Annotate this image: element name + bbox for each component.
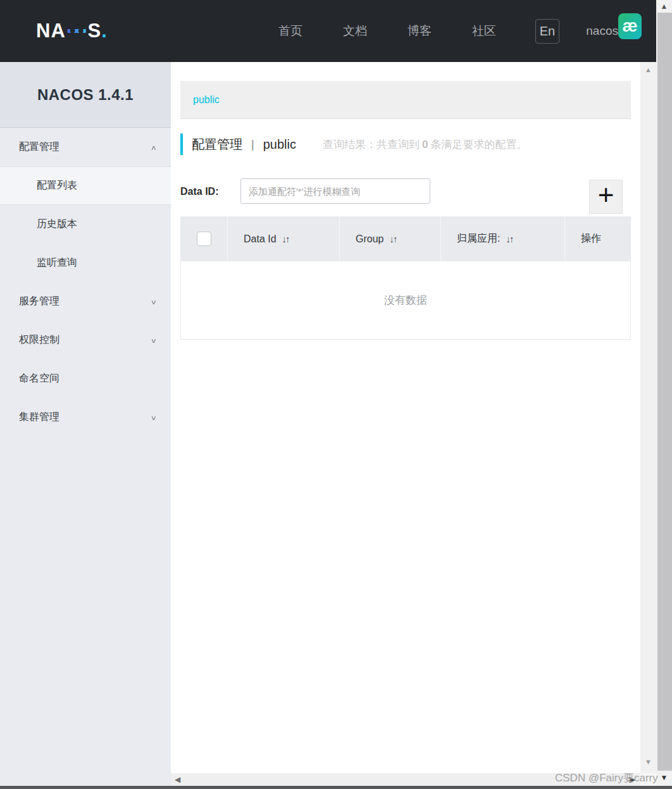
table-empty-body: 没有数据 <box>180 261 631 340</box>
sidebar-item-service-management[interactable]: 服务管理 ∨ <box>0 282 171 321</box>
top-header: NA ∞ S . 首页 文档 博客 社区 En nacos <box>0 0 656 62</box>
header-nav: 首页 文档 博客 社区 En <box>258 0 559 62</box>
title-separator: | <box>251 138 254 151</box>
column-label: 归属应用: <box>457 232 500 245</box>
sidebar-item-access-control[interactable]: 权限控制 ∨ <box>0 321 171 359</box>
search-form-row: Data ID: + <box>180 178 631 215</box>
page-title-row: 配置管理 | public 查询结果：共查询到0条满足要求的配置。 <box>180 132 527 157</box>
column-label: Data Id <box>244 233 277 245</box>
logged-in-username[interactable]: nacos <box>586 0 618 62</box>
horizontal-scrollbar[interactable]: ◀ ▶ <box>171 773 640 786</box>
table-header-operations: 操作 <box>565 216 631 261</box>
column-label: Group <box>356 233 383 245</box>
nav-item-community[interactable]: 社区 <box>452 23 516 39</box>
title-namespace: public <box>263 137 296 152</box>
logo-text-prefix: NA <box>36 20 66 42</box>
query-result-count: 0 <box>422 139 428 151</box>
dataid-search-input[interactable] <box>240 178 430 204</box>
scroll-down-icon[interactable]: ▼ <box>656 773 672 782</box>
sidebar-item-listener-query[interactable]: 监听查询 <box>0 244 171 282</box>
page-title: 配置管理 <box>192 136 242 153</box>
scrollbar-thumb[interactable] <box>657 13 672 771</box>
chevron-up-icon: ∧ <box>151 144 157 151</box>
scrollbar-corner <box>640 773 656 786</box>
logo-dot: . <box>101 20 107 42</box>
sort-icon[interactable]: ↓↑ <box>389 233 396 244</box>
query-result-suffix: 条满足要求的配置。 <box>430 139 527 151</box>
chevron-down-icon: ∨ <box>151 337 157 344</box>
sidebar-version-title: NACOS 1.4.1 <box>0 62 171 128</box>
title-accent-bar <box>180 134 183 155</box>
sidebar-item-config-management[interactable]: 配置管理 ∧ <box>0 128 171 166</box>
sidebar-item-label: 监听查询 <box>37 256 77 270</box>
nav-item-docs[interactable]: 文档 <box>323 23 387 39</box>
chevron-down-icon: ∨ <box>151 414 157 421</box>
sidebar-item-cluster-management[interactable]: 集群管理 ∨ <box>0 398 171 437</box>
scroll-left-icon[interactable]: ◀ <box>175 775 180 784</box>
table-header-dataid[interactable]: Data Id ↓↑ <box>228 216 340 261</box>
empty-state-text: 没有数据 <box>384 293 427 308</box>
table-header-checkbox-cell <box>180 216 228 261</box>
namespace-tab-bar: public <box>180 81 631 119</box>
inner-vertical-scrollbar[interactable]: ▲ ▼ <box>640 62 656 773</box>
nacos-logo[interactable]: NA ∞ S . <box>36 20 107 42</box>
main-content: public 配置管理 | public 查询结果：共查询到0条满足要求的配置。… <box>171 62 640 786</box>
sidebar-item-label: 权限控制 <box>19 333 59 347</box>
sidebar-item-config-list[interactable]: 配置列表 <box>0 166 171 205</box>
nav-item-blog[interactable]: 博客 <box>387 23 452 39</box>
table-header-row: Data Id ↓↑ Group ↓↑ 归属应用: ↓↑ 操作 <box>180 216 631 261</box>
sidebar-item-namespace[interactable]: 命名空间 <box>0 359 171 398</box>
browser-extension-icon[interactable]: æ <box>618 13 642 39</box>
outer-vertical-scrollbar[interactable]: ▲ ▼ <box>656 0 672 786</box>
select-all-checkbox[interactable] <box>197 232 211 246</box>
query-result-prefix: 查询结果：共查询到 <box>323 139 420 151</box>
scroll-up-icon[interactable]: ▲ <box>656 2 672 11</box>
sidebar-item-history-versions[interactable]: 历史版本 <box>0 205 171 244</box>
config-table: Data Id ↓↑ Group ↓↑ 归属应用: ↓↑ 操作 没有数据 <box>180 216 631 340</box>
query-result-text: 查询结果：共查询到0条满足要求的配置。 <box>323 137 527 152</box>
table-header-group[interactable]: Group ↓↑ <box>340 216 441 261</box>
nav-item-home[interactable]: 首页 <box>258 23 323 39</box>
sort-icon[interactable]: ↓↑ <box>282 233 289 244</box>
column-label: 操作 <box>581 232 601 245</box>
scroll-up-icon[interactable]: ▲ <box>640 66 656 73</box>
scroll-down-icon[interactable]: ▼ <box>640 758 656 766</box>
chevron-down-icon: ∨ <box>151 298 157 306</box>
dataid-label: Data ID: <box>180 186 218 197</box>
sidebar-item-label: 命名空间 <box>19 372 59 385</box>
infinity-logo-icon: ∞ <box>66 29 87 33</box>
scroll-right-icon[interactable]: ▶ <box>630 775 635 784</box>
sidebar-item-label: 服务管理 <box>19 295 59 308</box>
sidebar: NACOS 1.4.1 配置管理 ∧ 配置列表 历史版本 监听查询 服务管理 ∨… <box>0 62 171 786</box>
nacos-console-window: NA ∞ S . 首页 文档 博客 社区 En nacos æ NACOS 1.… <box>0 0 672 789</box>
sidebar-item-label: 配置管理 <box>19 140 59 154</box>
language-toggle-button[interactable]: En <box>535 19 559 44</box>
add-config-button[interactable]: + <box>589 180 623 214</box>
sort-icon[interactable]: ↓↑ <box>506 233 513 244</box>
table-header-application[interactable]: 归属应用: ↓↑ <box>441 216 565 261</box>
logo-text-suffix: S <box>88 20 102 42</box>
sidebar-item-label: 历史版本 <box>37 218 77 231</box>
sidebar-item-label: 集群管理 <box>19 411 59 424</box>
window-bottom-edge <box>0 786 672 789</box>
sidebar-item-label: 配置列表 <box>37 179 77 192</box>
namespace-tab-public[interactable]: public <box>193 94 220 106</box>
